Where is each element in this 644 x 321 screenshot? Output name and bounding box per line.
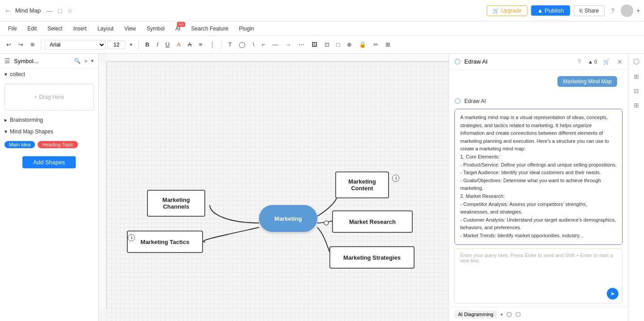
border-button[interactable]: □ — [334, 40, 343, 49]
ai-tool2-icon[interactable]: ⬡ — [515, 311, 521, 318]
ai-bubble-icon: ⬡ — [454, 97, 461, 105]
font-size-input[interactable] — [108, 40, 125, 49]
share-label: Share — [584, 8, 599, 14]
line-tool[interactable]: \ — [250, 40, 257, 49]
sidebar-collapse-icon[interactable]: » — [84, 58, 87, 64]
upgrade-button[interactable]: 🛒 Upgrade — [487, 5, 527, 16]
window-min-icon[interactable]: — — [46, 7, 52, 14]
brainstorming-label: Brainstorming — [10, 117, 43, 123]
node-marketing-content[interactable]: MarketingContent — [335, 171, 389, 198]
sidebar-header: ☰ Symbol... 🔍 » ▾ — [0, 54, 98, 68]
sidebar-dropdown-icon[interactable]: ▾ — [91, 58, 94, 64]
align-center-button[interactable]: ≡ — [196, 40, 205, 49]
ai-send-button[interactable]: ➤ — [607, 288, 618, 300]
menu-view[interactable]: View — [120, 25, 140, 33]
toolbar-icon3[interactable]: ⊞ — [28, 40, 37, 49]
info-icon-marketing-tactics[interactable]: ℹ — [128, 234, 135, 241]
menu-ai[interactable]: AIhot — [171, 25, 185, 33]
add-shapes-button[interactable]: Add Shapes — [22, 156, 76, 168]
publish-button[interactable]: ▲ Publish — [531, 5, 571, 16]
menu-symbol[interactable]: Symbol — [142, 25, 169, 33]
sidebar-section-brainstorming[interactable]: ▸ Brainstorming — [0, 114, 98, 126]
arrow-style-button[interactable]: → — [283, 40, 294, 49]
menu-insert[interactable]: Insert — [69, 25, 91, 33]
app-title: Mind Map — [15, 7, 41, 14]
waypoint-button[interactable]: ⋯ — [296, 40, 307, 49]
ai-hot-badge: hot — [177, 22, 185, 27]
line-style-button[interactable]: — — [270, 40, 281, 49]
menu-plugin[interactable]: Plugin — [234, 25, 258, 33]
window-max-icon[interactable]: □ — [58, 7, 61, 14]
ai-close-icon[interactable]: ✕ — [617, 58, 622, 65]
sidebar-section-collect[interactable]: ▾ collect — [0, 68, 98, 80]
menu-search-feature[interactable]: Search Feature — [187, 25, 233, 33]
shape-tag-heading-topic[interactable]: Heading Topic — [38, 141, 78, 148]
ai-input-placeholder: Enter your query here. Press Enter to se… — [460, 253, 613, 263]
font-size-down[interactable]: ▾ — [127, 41, 135, 48]
right-edge-panel: ⬡ ⊞ ⊟ ⊞ — [628, 54, 644, 321]
font-family-select[interactable]: Arial Times New Roman — [45, 40, 106, 50]
window-star-icon[interactable]: ☆ — [67, 7, 73, 14]
edge-format-icon[interactable]: ⬡ — [633, 57, 640, 66]
font-color-button[interactable]: A — [174, 40, 183, 49]
topbar: ← Mind Map — □ ☆ 🛒 Upgrade ▲ Publish ⎗ S… — [0, 0, 644, 21]
sidebar-section-mind-map[interactable]: ▾ Mind Map Shapes — [0, 126, 98, 137]
sidebar-search-icon[interactable]: 🔍 — [74, 58, 81, 64]
shape-tag-main-idea[interactable]: Main Idea — [4, 141, 35, 148]
help-icon[interactable]: ? — [611, 7, 614, 14]
back-icon[interactable]: ← — [4, 7, 12, 15]
mind-map-shapes-label: Mind Map Shapes — [10, 128, 53, 135]
align-left-button[interactable]: ⋮ — [207, 40, 218, 49]
ruler-left — [99, 62, 107, 308]
menu-edit[interactable]: Edit — [23, 25, 41, 33]
connect-tool[interactable]: ⌐ — [259, 40, 268, 49]
node-marketing-strategies[interactable]: Marketing Strategies — [329, 246, 415, 269]
left-sidebar: ☰ Symbol... 🔍 » ▾ ▾ collect + Drag Here … — [0, 54, 99, 321]
node-market-research[interactable]: Market Research — [332, 210, 413, 233]
redo-button[interactable]: ↪ — [16, 40, 26, 49]
image-button[interactable]: 🖼 — [309, 40, 320, 49]
strikethrough-button[interactable]: A — [185, 40, 194, 49]
node-marketing-content-label: MarketingContent — [348, 178, 376, 192]
dropdown-arrow-icon[interactable]: ▾ — [637, 8, 640, 14]
text-tool[interactable]: T — [225, 40, 234, 49]
node-marketing-tactics[interactable]: Marketing Tactics — [127, 231, 203, 253]
user-avatar[interactable] — [621, 4, 633, 17]
bold-button[interactable]: B — [143, 40, 152, 49]
edge-grid-icon[interactable]: ⊟ — [634, 87, 639, 94]
node-marketing-channels-label: MarketingChannels — [162, 197, 190, 210]
menu-select[interactable]: Select — [43, 25, 67, 33]
menu-layout[interactable]: Layout — [93, 25, 118, 33]
drag-plus-icon: + — [34, 94, 37, 100]
publish-label: Publish — [545, 7, 564, 14]
sidebar-title: Symbol... — [14, 58, 70, 64]
node-marketing[interactable]: Marketing — [259, 205, 317, 232]
upgrade-label: Upgrade — [501, 8, 522, 14]
underline-button[interactable]: U — [163, 40, 172, 49]
undo-button[interactable]: ↩ — [4, 40, 14, 49]
shape-fill-button[interactable]: ◯ — [236, 40, 248, 49]
layer-button[interactable]: ⊕ — [344, 40, 354, 49]
crop-button[interactable]: ⊡ — [322, 40, 332, 49]
sidebar-logo-icon: ☰ — [4, 57, 10, 64]
lock-button[interactable]: 🔒 — [356, 40, 369, 49]
canvas-grid[interactable]: Marketing MarketingChannels MarketingCon… — [107, 62, 449, 321]
edge-diagram-icon[interactable]: ⊞ — [634, 73, 639, 80]
share-button[interactable]: ⎗ Share — [574, 5, 605, 16]
italic-button[interactable]: I — [154, 40, 161, 49]
cut-button[interactable]: ✂ — [371, 40, 381, 49]
ai-cart-icon[interactable]: 🛒 — [603, 59, 610, 65]
upgrade-icon: 🛒 — [493, 8, 499, 14]
ai-mode-dropdown-icon[interactable]: ▾ — [501, 312, 503, 317]
menu-file[interactable]: File — [4, 25, 21, 33]
info-icon-marketing-content[interactable]: ℹ — [392, 175, 399, 182]
node-marketing-channels[interactable]: MarketingChannels — [147, 190, 205, 217]
edge-settings-icon[interactable]: ⊞ — [634, 102, 639, 109]
section-collect-label: collect — [10, 71, 25, 77]
drag-area[interactable]: + Drag Here — [4, 84, 94, 111]
table-button[interactable]: ⊞ — [383, 40, 393, 49]
ai-tool1-icon[interactable]: ⬡ — [506, 311, 512, 318]
ai-panel-help-icon[interactable]: ? — [578, 59, 581, 65]
canvas-area[interactable]: // ticks drawn via JS below — [99, 54, 449, 321]
drag-label: Drag Here — [39, 94, 64, 100]
